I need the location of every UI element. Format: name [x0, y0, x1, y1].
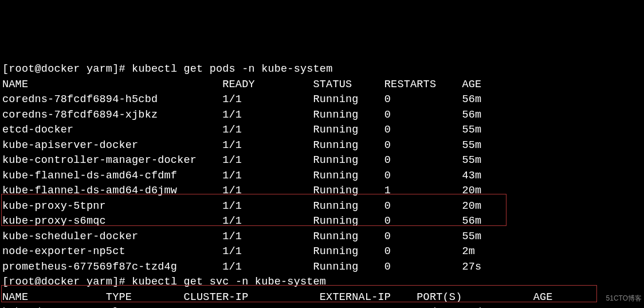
- table-row: kube-controller-manager-docker 1/1 Runni…: [2, 154, 481, 166]
- table-row: coredns-78fcdf6894-h5cbd 1/1 Running 0 5…: [2, 93, 481, 106]
- table-row: coredns-78fcdf6894-xjbkz 1/1 Running 0 5…: [2, 109, 481, 121]
- prompt-user: root: [9, 276, 34, 288]
- line: [root@docker yarm]# kubectl get svc -n k…: [2, 276, 326, 288]
- table-row: prometheus-677569f87c-tzd4g 1/1 Running …: [2, 261, 481, 273]
- watermark: 51CTO博客: [606, 291, 642, 306]
- prompt-cwd: yarm: [87, 276, 112, 288]
- prompt-user: root: [9, 63, 34, 75]
- table-row: kube-scheduler-docker 1/1 Running 0 55m: [2, 231, 481, 243]
- table-row: kube-flannel-ds-amd64-cfdmf 1/1 Running …: [2, 170, 481, 182]
- table-row: kube-apiserver-docker 1/1 Running 0 55m: [2, 139, 481, 151]
- prompt-host: docker: [41, 276, 80, 288]
- svc-header: NAME TYPE CLUSTER-IP EXTERNAL-IP PORT(S)…: [2, 291, 553, 303]
- table-row: kube-proxy-5tpnr 1/1 Running 0 20m: [2, 200, 481, 212]
- command: kubectl get svc -n kube-system: [132, 276, 326, 288]
- table-row: etcd-docker 1/1 Running 0 55m: [2, 124, 481, 136]
- prompt-host: docker: [41, 63, 80, 75]
- command: kubectl get pods -n kube-system: [132, 63, 332, 75]
- prompt-cwd: yarm: [87, 63, 112, 75]
- table-row: kube-proxy-s6mqc 1/1 Running 0 56m: [2, 215, 481, 227]
- table-row: node-exporter-np5ct 1/1 Running 0 2m: [2, 245, 475, 258]
- table-row: kube-flannel-ds-amd64-d6jmw 1/1 Running …: [2, 185, 481, 197]
- pods-header: NAME READY STATUS RESTARTS AGE: [2, 79, 481, 91]
- line: [root@docker yarm]# kubectl get pods -n …: [2, 63, 332, 75]
- terminal[interactable]: [root@docker yarm]# kubectl get pods -n …: [2, 62, 643, 308]
